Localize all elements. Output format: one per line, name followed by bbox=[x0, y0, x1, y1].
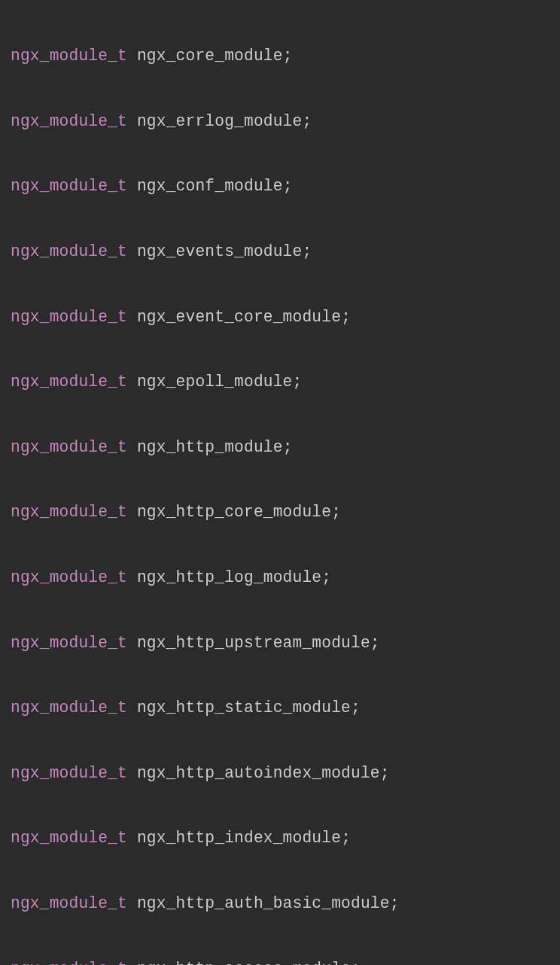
semicolon: ; bbox=[390, 894, 400, 912]
semicolon: ; bbox=[341, 829, 351, 847]
code-line: ngx_module_t ngx_http_autoindex_module; bbox=[11, 757, 549, 790]
type-keyword: ngx_module_t bbox=[11, 438, 127, 456]
type-keyword: ngx_module_t bbox=[11, 634, 127, 652]
identifier: ngx_errlog_module bbox=[137, 112, 303, 130]
identifier: ngx_http_access_module bbox=[137, 960, 351, 965]
identifier: ngx_http_autoindex_module bbox=[137, 764, 380, 782]
semicolon: ; bbox=[351, 699, 361, 717]
identifier: ngx_http_core_module bbox=[137, 503, 331, 521]
semicolon: ; bbox=[302, 242, 312, 260]
code-line: ngx_module_t ngx_http_access_module; bbox=[11, 953, 549, 965]
semicolon: ; bbox=[283, 438, 293, 456]
semicolon: ; bbox=[283, 177, 293, 195]
code-line: ngx_module_t ngx_event_core_module; bbox=[11, 301, 549, 333]
code-line: ngx_module_t ngx_http_core_module; bbox=[11, 496, 549, 528]
identifier: ngx_http_index_module bbox=[137, 829, 341, 847]
semicolon: ; bbox=[293, 373, 303, 391]
code-line: ngx_module_t ngx_http_static_module; bbox=[11, 692, 549, 724]
type-keyword: ngx_module_t bbox=[11, 699, 127, 717]
identifier: ngx_conf_module bbox=[137, 177, 283, 195]
type-keyword: ngx_module_t bbox=[11, 568, 127, 586]
semicolon: ; bbox=[302, 112, 312, 130]
code-line: ngx_module_t ngx_conf_module; bbox=[11, 170, 549, 202]
code-block: ngx_module_t ngx_core_module; ngx_module… bbox=[0, 0, 560, 965]
semicolon: ; bbox=[331, 503, 341, 521]
type-keyword: ngx_module_t bbox=[11, 503, 127, 521]
identifier: ngx_events_module bbox=[137, 242, 303, 260]
type-keyword: ngx_module_t bbox=[11, 894, 127, 912]
type-keyword: ngx_module_t bbox=[11, 112, 127, 130]
identifier: ngx_http_upstream_module bbox=[137, 634, 370, 652]
identifier: ngx_epoll_module bbox=[137, 373, 293, 391]
identifier: ngx_http_log_module bbox=[137, 568, 321, 586]
identifier: ngx_http_module bbox=[137, 438, 283, 456]
semicolon: ; bbox=[341, 308, 351, 326]
type-keyword: ngx_module_t bbox=[11, 177, 127, 195]
code-line: ngx_module_t ngx_core_module; bbox=[11, 40, 549, 72]
code-line: ngx_module_t ngx_http_index_module; bbox=[11, 822, 549, 854]
type-keyword: ngx_module_t bbox=[11, 764, 127, 782]
type-keyword: ngx_module_t bbox=[11, 373, 127, 391]
semicolon: ; bbox=[370, 634, 380, 652]
identifier: ngx_http_auth_basic_module bbox=[137, 894, 390, 912]
type-keyword: ngx_module_t bbox=[11, 829, 127, 847]
semicolon: ; bbox=[351, 960, 361, 965]
code-line: ngx_module_t ngx_http_auth_basic_module; bbox=[11, 887, 549, 920]
semicolon: ; bbox=[321, 568, 331, 586]
identifier: ngx_core_module bbox=[137, 47, 283, 65]
code-line: ngx_module_t ngx_events_module; bbox=[11, 236, 549, 268]
code-line: ngx_module_t ngx_http_module; bbox=[11, 431, 549, 464]
type-keyword: ngx_module_t bbox=[11, 47, 127, 65]
code-line: ngx_module_t ngx_epoll_module; bbox=[11, 366, 549, 398]
semicolon: ; bbox=[283, 47, 293, 65]
type-keyword: ngx_module_t bbox=[11, 308, 127, 326]
type-keyword: ngx_module_t bbox=[11, 242, 127, 260]
code-line: ngx_module_t ngx_errlog_module; bbox=[11, 105, 549, 138]
code-line: ngx_module_t ngx_http_upstream_module; bbox=[11, 627, 549, 659]
type-keyword: ngx_module_t bbox=[11, 960, 127, 965]
semicolon: ; bbox=[380, 764, 390, 782]
identifier: ngx_http_static_module bbox=[137, 699, 351, 717]
code-line: ngx_module_t ngx_http_log_module; bbox=[11, 562, 549, 594]
identifier: ngx_event_core_module bbox=[137, 308, 341, 326]
